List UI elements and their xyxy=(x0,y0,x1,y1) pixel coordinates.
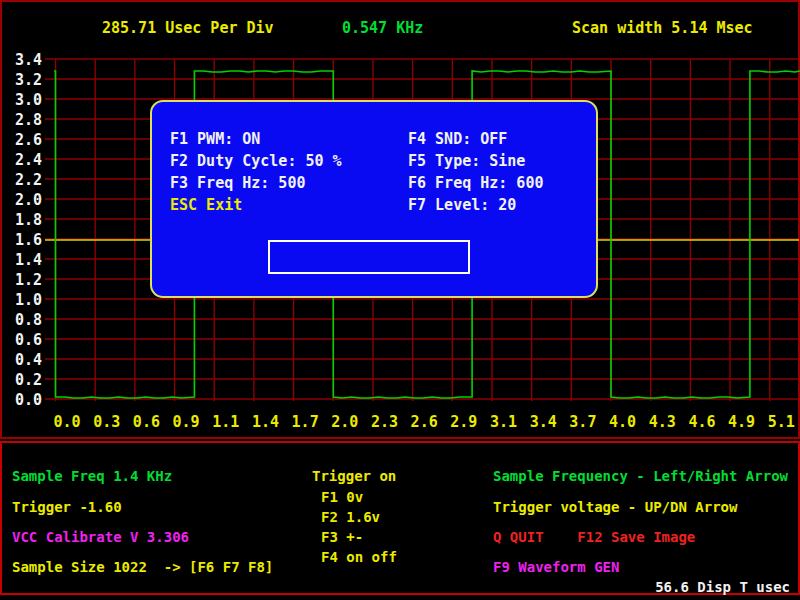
trigger-f4-on-off[interactable]: F4 on off xyxy=(321,550,397,565)
svg-text:1.4: 1.4 xyxy=(252,413,279,431)
dialog-item-f2-duty-cycle[interactable]: F2 Duty Cycle: 50 % xyxy=(170,152,342,170)
svg-text:3.7: 3.7 xyxy=(569,413,596,431)
svg-text:2.0: 2.0 xyxy=(15,191,42,209)
trigger-f3-slope[interactable]: F3 +- xyxy=(321,530,363,545)
svg-text:2.0: 2.0 xyxy=(331,413,358,431)
svg-text:0.6: 0.6 xyxy=(133,413,160,431)
status-trigger: Trigger -1.60 xyxy=(12,500,122,515)
svg-text:1.1: 1.1 xyxy=(212,413,239,431)
dialog-item-f5-type[interactable]: F5 Type: Sine xyxy=(408,152,525,170)
svg-text:4.3: 4.3 xyxy=(649,413,676,431)
svg-text:5.1: 5.1 xyxy=(768,413,795,431)
waveform-generator-dialog: F1 PWM: ON F2 Duty Cycle: 50 % F3 Freq H… xyxy=(150,100,598,298)
status-vcc-calibrate: VCC Calibrate V 3.306 xyxy=(12,530,189,545)
svg-text:2.9: 2.9 xyxy=(450,413,477,431)
help-sample-frequency: Sample Frequency - Left/Right Arrow xyxy=(493,469,788,484)
svg-text:3.4: 3.4 xyxy=(530,413,557,431)
svg-text:4.9: 4.9 xyxy=(728,413,755,431)
oscilloscope-screen: 285.71 Usec Per Div 0.547 KHz Scan width… xyxy=(0,0,800,600)
waveform-gen-input[interactable] xyxy=(268,240,470,274)
svg-text:3.0: 3.0 xyxy=(15,91,42,109)
svg-text:3.4: 3.4 xyxy=(15,51,42,69)
svg-text:0.0: 0.0 xyxy=(54,413,81,431)
disp-time-readout: 56.6 Disp T usec xyxy=(655,580,790,595)
dialog-item-f7-level[interactable]: F7 Level: 20 xyxy=(408,196,516,214)
help-quit-save: Q QUIT F12 Save Image xyxy=(493,530,695,545)
svg-text:0.6: 0.6 xyxy=(15,331,42,349)
svg-text:2.6: 2.6 xyxy=(15,131,42,149)
svg-text:0.8: 0.8 xyxy=(15,311,42,329)
status-sample-freq: Sample Freq 1.4 KHz xyxy=(12,469,172,484)
trigger-f2-1-6v[interactable]: F2 1.6v xyxy=(321,510,380,525)
svg-text:2.3: 2.3 xyxy=(371,413,398,431)
svg-text:0.3: 0.3 xyxy=(93,413,120,431)
svg-text:1.6: 1.6 xyxy=(15,231,42,249)
svg-text:3.2: 3.2 xyxy=(15,71,42,89)
svg-text:2.6: 2.6 xyxy=(411,413,438,431)
svg-text:0.2: 0.2 xyxy=(15,371,42,389)
svg-text:1.0: 1.0 xyxy=(15,291,42,309)
svg-text:4.6: 4.6 xyxy=(688,413,715,431)
svg-text:0.0: 0.0 xyxy=(15,391,42,409)
svg-text:3.1: 3.1 xyxy=(490,413,517,431)
status-sample-size: Sample Size 1022 -> [F6 F7 F8] xyxy=(12,560,273,575)
svg-text:1.7: 1.7 xyxy=(292,413,319,431)
status-panel: Sample Freq 1.4 KHz Trigger -1.60 VCC Ca… xyxy=(0,441,800,595)
svg-text:1.4: 1.4 xyxy=(15,251,42,269)
dialog-item-esc-exit[interactable]: ESC Exit xyxy=(170,196,242,214)
svg-text:4.0: 4.0 xyxy=(609,413,636,431)
svg-text:2.8: 2.8 xyxy=(15,111,42,129)
trigger-f1-0v[interactable]: F1 0v xyxy=(321,490,363,505)
dialog-item-f6-freq[interactable]: F6 Freq Hz: 600 xyxy=(408,174,543,192)
svg-text:0.9: 0.9 xyxy=(173,413,200,431)
dialog-item-f1-pwm[interactable]: F1 PWM: ON xyxy=(170,130,260,148)
dialog-item-f4-snd[interactable]: F4 SND: OFF xyxy=(408,130,507,148)
dialog-item-f3-freq[interactable]: F3 Freq Hz: 500 xyxy=(170,174,305,192)
svg-text:1.8: 1.8 xyxy=(15,211,42,229)
svg-text:0.4: 0.4 xyxy=(15,351,42,369)
svg-text:1.2: 1.2 xyxy=(15,271,42,289)
svg-text:2.4: 2.4 xyxy=(15,151,42,169)
svg-text:2.2: 2.2 xyxy=(15,171,42,189)
trigger-on-title: Trigger on xyxy=(312,469,396,484)
help-waveform-gen: F9 Waveform GEN xyxy=(493,560,619,575)
help-trigger-voltage: Trigger voltage - UP/DN Arrow xyxy=(493,500,737,515)
